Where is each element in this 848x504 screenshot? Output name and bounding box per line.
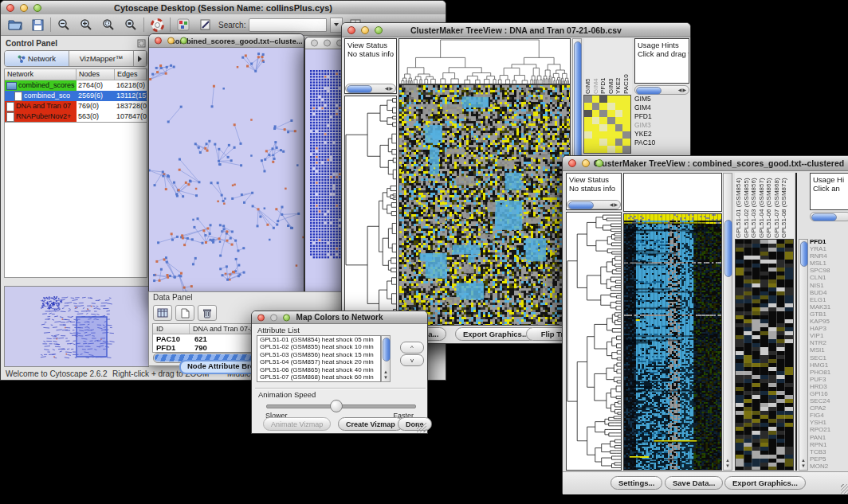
zoom-button[interactable] (180, 37, 187, 45)
scroll-arrows-icon[interactable]: ◀▶ (610, 201, 618, 209)
gene-label[interactable]: RNR4 (810, 252, 848, 260)
gene-label[interactable]: PEP5 (810, 455, 848, 463)
gene-label[interactable]: RPO21 (810, 426, 848, 433)
close-button[interactable] (311, 40, 318, 47)
col-header-network[interactable]: Network (5, 69, 77, 80)
similarity-matrix-thumbnail[interactable] (583, 95, 631, 154)
array-tree-area[interactable] (623, 173, 722, 212)
map-dialog-titlebar[interactable]: Map Colors to Network (252, 311, 427, 324)
gene-label[interactable]: RPN1 (810, 441, 848, 448)
gene-label[interactable]: KAP95 (810, 318, 848, 325)
gene-label[interactable]: GIM4 (634, 104, 689, 112)
float-panel-icon[interactable] (137, 39, 146, 48)
treeview2-titlebar[interactable]: ClusterMaker TreeView : combined_scores_… (563, 156, 848, 171)
network-row[interactable]: DNA and Tran 07 769(0) 183728(0) (5, 101, 147, 111)
zoom-in-icon[interactable] (77, 17, 96, 33)
scrollbar-thumb[interactable] (383, 338, 391, 361)
view-status-scrollbar[interactable]: ◀▶ (345, 84, 396, 93)
settings-button[interactable]: Settings... (610, 476, 662, 490)
gene-label[interactable]: PAN1 (810, 434, 848, 441)
attr-col-id[interactable]: ID (153, 324, 190, 334)
attribute-item[interactable]: GPL51-03 (GSM856) heat shock 15 min (260, 351, 380, 358)
network-canvas[interactable] (149, 48, 304, 296)
delete-attribute-trash-icon[interactable] (198, 305, 217, 321)
slider-thumb[interactable] (330, 400, 343, 412)
gene-label[interactable]: CLN1 (810, 274, 848, 281)
zoom-button[interactable] (595, 159, 603, 167)
scroll-arrows-icon[interactable]: ▲▼ (724, 458, 732, 469)
zoom-button[interactable] (375, 26, 383, 34)
gene-label[interactable]: YKE2 (634, 130, 689, 139)
gene-label[interactable]: MSL1 (810, 260, 848, 267)
minimize-button[interactable] (582, 159, 590, 167)
network-overview-thumbnail[interactable] (5, 287, 147, 365)
network-overview-panel[interactable] (4, 286, 149, 367)
scrollbar-thumb[interactable] (724, 220, 732, 277)
view-status-scrollbar[interactable]: ◀▶ (567, 200, 621, 209)
gene-label[interactable]: PAC10 (634, 139, 689, 147)
minimize-button[interactable] (20, 4, 28, 12)
zoom-out-icon[interactable] (54, 17, 73, 33)
gene-label[interactable]: YSH1 (810, 419, 848, 426)
new-attribute-icon[interactable] (175, 305, 194, 321)
export-graphics-button[interactable]: Export Graphics... (455, 327, 536, 341)
gene-label[interactable]: HAP3 (810, 325, 848, 332)
col-header-nodes[interactable]: Nodes (77, 69, 115, 80)
scroll-arrows-icon[interactable]: ▲▼ (799, 458, 807, 469)
tab-network[interactable]: Network (5, 51, 69, 66)
attribute-table-icon[interactable] (153, 305, 172, 321)
heatmap-vertical-scrollbar[interactable]: ▲▼ (723, 173, 732, 471)
heatmap-canvas[interactable] (398, 84, 571, 326)
zoom-button[interactable] (283, 314, 290, 321)
attribute-list-scrollbar[interactable]: ▲▼ (381, 335, 391, 382)
gene-label[interactable]: VIP1 (810, 332, 848, 339)
gene-label[interactable]: MAK31 (810, 303, 848, 311)
resize-grip[interactable] (417, 423, 426, 432)
open-folder-icon[interactable] (6, 17, 25, 33)
network-row-selected[interactable]: combined_sco 2569(6) 13112(15) (5, 91, 147, 101)
network-view-titlebar[interactable]: combined_scores_good.txt--cluste... (149, 34, 304, 48)
gene-label[interactable]: GIM5 (634, 95, 689, 104)
gene-label[interactable]: SEC1 (810, 354, 848, 361)
attribute-item[interactable]: GPL51-02 (GSM855) heat shock 10 min (260, 343, 380, 350)
scroll-arrows-icon[interactable]: ◀▶ (385, 84, 394, 92)
gene-label[interactable]: MON2 (810, 463, 848, 470)
tabs-overflow-button[interactable] (134, 51, 147, 66)
gene-label[interactable]: CPA2 (810, 404, 848, 412)
scrollbar-thumb[interactable] (568, 201, 594, 209)
gene-label[interactable]: GPI16 (810, 390, 848, 397)
scrollbar-thumb[interactable] (347, 85, 372, 93)
move-up-button[interactable]: ^ (400, 342, 424, 354)
main-titlebar[interactable]: Cytoscape Desktop (Session Name: collins… (1, 1, 446, 15)
gene-label[interactable]: HMG1 (810, 361, 848, 369)
close-button[interactable] (347, 26, 355, 34)
network-row[interactable]: RNAPuberNov2+ 563(0) 107847(0) (5, 111, 147, 122)
treeview1-titlebar[interactable]: ClusterMaker TreeView : DNA and Tran 07-… (342, 23, 690, 37)
gene-label[interactable]: FIG4 (810, 412, 848, 419)
gene-label[interactable]: YRA1 (810, 245, 848, 252)
close-button[interactable] (155, 37, 162, 45)
zoom-fit-icon[interactable] (121, 17, 140, 33)
gene-dendrogram-canvas[interactable] (344, 96, 397, 326)
usage-hints-scrollbar[interactable] (810, 212, 848, 221)
minimize-button[interactable] (324, 40, 331, 47)
zoom-heatmap-canvas[interactable] (735, 239, 794, 471)
close-button[interactable] (568, 159, 576, 167)
gene-label[interactable]: HRD3 (810, 383, 848, 390)
heatmap-canvas[interactable] (623, 213, 722, 471)
minimize-button[interactable] (270, 314, 277, 321)
gene-label[interactable]: PUF3 (810, 376, 848, 383)
usage-hints-scrollbar[interactable]: ◀▶ (634, 85, 689, 95)
scroll-arrows-icon[interactable]: ▲▼ (382, 369, 390, 381)
export-graphics-button[interactable]: Export Graphics... (724, 476, 806, 490)
gene-label[interactable]: PFD1 (810, 238, 848, 245)
zoom-selected-icon[interactable] (99, 17, 118, 33)
gene-label[interactable]: NIS1 (810, 282, 848, 289)
gene-label[interactable]: PFD1 (634, 112, 689, 121)
gene-label[interactable]: GIM3 (634, 121, 689, 130)
scrollbar-thumb[interactable] (811, 213, 837, 221)
array-dendrogram-canvas[interactable] (398, 38, 571, 84)
close-button[interactable] (257, 314, 265, 321)
save-data-button[interactable]: Save Data... (665, 476, 723, 490)
resize-grip[interactable] (841, 484, 848, 494)
